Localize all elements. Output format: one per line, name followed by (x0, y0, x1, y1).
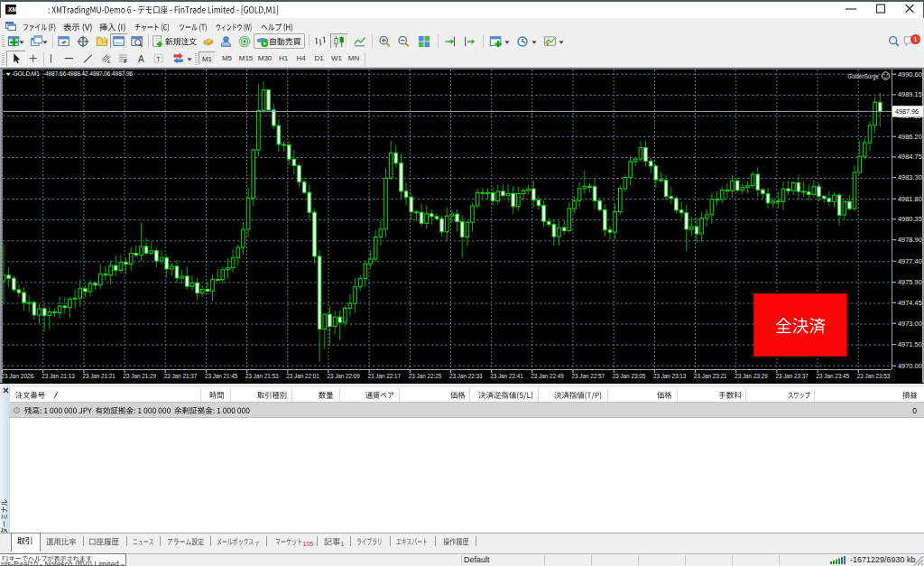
svg-text:4971.50: 4971.50 (898, 340, 922, 348)
svg-text:23 Jan 23:45: 23 Jan 23:45 (817, 373, 850, 379)
svg-text:23 Jan 23:05: 23 Jan 23:05 (613, 373, 646, 379)
svg-text:XM: XM (8, 6, 16, 13)
svg-text:4989.15: 4989.15 (898, 90, 922, 98)
svg-text:23 Jan 21:13: 23 Jan 21:13 (42, 373, 75, 379)
svg-text:23 Jan 21:53: 23 Jan 21:53 (245, 373, 279, 379)
svg-text:c: c (107, 60, 110, 64)
svg-text:23 Jan 22:01: 23 Jan 22:01 (286, 373, 319, 379)
svg-text:GoldenSurge: GoldenSurge (848, 72, 879, 80)
svg-text:4978.90: 4978.90 (898, 236, 922, 244)
svg-text:23 Jan 2026: 23 Jan 2026 (1, 373, 34, 379)
svg-text:23 Jan 21:29: 23 Jan 21:29 (124, 373, 157, 379)
svg-text:4990.60: 4990.60 (898, 70, 922, 79)
svg-text:4987.96: 4987.96 (895, 107, 919, 116)
svg-text:23 Jan 22:09: 23 Jan 22:09 (327, 373, 360, 379)
svg-text:23 Jan 23:21: 23 Jan 23:21 (694, 373, 727, 379)
svg-text:4980.35: 4980.35 (898, 215, 922, 223)
svg-text:23 Jan 21:21: 23 Jan 21:21 (82, 373, 116, 379)
svg-text:23 Jan 23:13: 23 Jan 23:13 (653, 373, 687, 379)
svg-text:23 Jan 21:45: 23 Jan 21:45 (205, 373, 238, 379)
svg-text:23 Jan 22:57: 23 Jan 22:57 (572, 373, 605, 379)
svg-text:23 Jan 23:53: 23 Jan 23:53 (857, 373, 891, 379)
svg-text:23 Jan 23:29: 23 Jan 23:29 (735, 373, 768, 379)
svg-text:T: T (156, 55, 161, 63)
svg-text:4973.00: 4973.00 (898, 320, 922, 328)
svg-text:4984.75: 4984.75 (898, 153, 922, 161)
svg-text:23 Jan 22:49: 23 Jan 22:49 (531, 373, 564, 379)
svg-text:4986.20: 4986.20 (898, 133, 922, 141)
svg-text:F: F (125, 59, 128, 64)
svg-text:4975.90: 4975.90 (898, 278, 922, 286)
svg-text:4974.45: 4974.45 (898, 299, 922, 307)
svg-text:4977.40: 4977.40 (898, 257, 922, 265)
svg-text:GOLD,M1: GOLD,M1 (14, 70, 40, 78)
svg-text:4987.66 4988.42 4987.06 4987.9: 4987.66 4988.42 4987.06 4987.96 (45, 70, 133, 78)
svg-text:23 Jan 22:33: 23 Jan 22:33 (449, 373, 483, 379)
svg-text:23 Jan 22:25: 23 Jan 22:25 (409, 373, 442, 379)
svg-text:23 Jan 21:37: 23 Jan 21:37 (164, 373, 198, 379)
svg-text:4983.30: 4983.30 (898, 173, 922, 181)
svg-text:nts-Real10 - Notesco (BVI) Lim: nts-Real10 - Notesco (BVI) Limited - (1, 560, 124, 566)
svg-text:23 Jan 23:37: 23 Jan 23:37 (775, 373, 808, 379)
svg-text:4981.80: 4981.80 (898, 195, 922, 203)
svg-text:23 Jan 22:41: 23 Jan 22:41 (490, 373, 523, 379)
svg-text:23 Jan 22:17: 23 Jan 22:17 (368, 373, 402, 379)
svg-text:4970.00: 4970.00 (898, 362, 922, 370)
